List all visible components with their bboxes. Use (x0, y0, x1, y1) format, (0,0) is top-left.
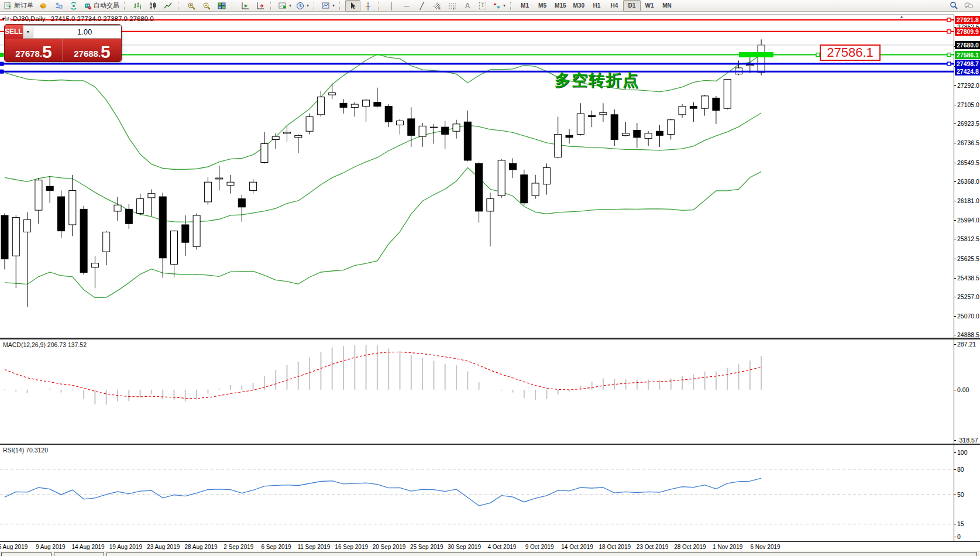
line-chart-button[interactable] (160, 0, 176, 12)
macd-panel[interactable] (0, 339, 954, 444)
zoom-out-button[interactable] (199, 0, 214, 12)
oneclick-collapse-icon[interactable]: ▼ (1, 16, 6, 22)
chat-button[interactable] (961, 0, 976, 12)
date-tick-label: 23 Aug 2019 (147, 544, 180, 550)
price-tick-mark (954, 123, 956, 124)
zoom-in-icon (187, 2, 195, 10)
buy-price[interactable]: 27688.5 (63, 39, 121, 61)
text-button[interactable]: A (460, 0, 475, 12)
timeframe-mn-button[interactable]: MN (658, 0, 676, 12)
crosshair-button[interactable]: ┼ (360, 0, 376, 12)
macd-tick-label: 0.00 (957, 386, 969, 393)
date-tick-label: 25 Sep 2019 (410, 544, 443, 550)
periods-icon (296, 2, 304, 10)
sell-price[interactable]: 27678.5 (5, 39, 63, 61)
templates-button[interactable]: ▾ (319, 0, 337, 12)
fibonacci-button[interactable]: F (445, 0, 460, 12)
bar-chart-button[interactable] (130, 0, 145, 12)
candlesticks-icon (149, 2, 157, 10)
timeframe-m1-button[interactable]: M1 (516, 0, 534, 12)
date-tick-label: 14 Aug 2019 (72, 544, 105, 550)
window-tab[interactable] (106, 552, 977, 556)
timeframe-h4-button[interactable]: H4 (606, 0, 623, 12)
rsi-panel[interactable] (0, 445, 954, 541)
timeframe-w1-button[interactable]: W1 (641, 0, 658, 12)
timeframe-m5-button[interactable]: M5 (534, 0, 551, 12)
rsi-tick-label: 0 (957, 533, 961, 540)
current-price-badge: 27680.0 (955, 41, 980, 49)
timeframe-m30-button[interactable]: M30 (570, 0, 588, 12)
price-tick-label: 24888.5 (957, 331, 979, 338)
timeframe-m15-button[interactable]: M15 (551, 0, 569, 12)
toolbar: 新订单 自动交易 ▾ ▾ ▾ ┼ │ ─ ╱ E F A T (0, 0, 980, 12)
macd-tick-mark (954, 390, 956, 390)
level-price-label[interactable]: 27586.1 (820, 44, 881, 61)
vertical-line-button[interactable]: │ (384, 0, 399, 12)
level-price-badge: 27921.8 (955, 16, 980, 24)
level-price-badge: 27586.1 (955, 51, 980, 59)
toolbar-separator (378, 2, 382, 10)
zoom-out-icon (202, 2, 211, 10)
chart-shift-button[interactable] (253, 0, 268, 12)
autotrade-button[interactable]: 自动交易 (81, 0, 122, 12)
candles[interactable] (1, 39, 765, 307)
signals-button[interactable] (66, 0, 81, 12)
price-tick-label: 26549.5 (957, 159, 979, 166)
price-tick-mark (954, 85, 956, 86)
channel-button[interactable]: E (429, 0, 445, 12)
one-click-trading-panel: SELL ▼ ▲ BUY 27678.5 27688.5 (5, 25, 121, 61)
sell-price-pip: 5 (42, 45, 52, 59)
rsi-tick-mark (954, 537, 956, 537)
line-anchor-marker (0, 53, 4, 57)
buy-price-main: 27688. (74, 49, 101, 58)
price-tick-mark (954, 181, 956, 182)
search-button[interactable] (946, 0, 961, 12)
buy-price-pip: 5 (101, 45, 111, 59)
periods-button[interactable]: ▾ (294, 0, 311, 12)
rsi-label: RSI(14) 70.3120 (3, 447, 48, 454)
sell-button[interactable]: SELL (5, 25, 23, 39)
date-tick-label: 14 Oct 2019 (561, 544, 593, 550)
arrows-button[interactable]: ▾ (490, 0, 508, 12)
label-button[interactable]: T (475, 0, 490, 12)
annotation-text[interactable]: 多空转折点 (555, 70, 639, 91)
market-watch-button[interactable] (51, 0, 66, 12)
horizontal-line-button[interactable]: ─ (399, 0, 414, 12)
arrows-icon (493, 2, 501, 10)
candlesticks-button[interactable] (145, 0, 160, 12)
rsi-tick-label: 50 (957, 491, 964, 498)
auto-scroll-button[interactable] (238, 0, 253, 12)
svg-text:E: E (438, 6, 441, 10)
new-order-button[interactable]: 新订单 (2, 0, 36, 12)
line-anchor-marker (947, 18, 951, 22)
macd-tick-mark (954, 344, 956, 345)
cursor-button[interactable] (345, 0, 360, 12)
timeframe-d1-button[interactable]: D1 (623, 0, 641, 12)
cursor-icon (349, 2, 357, 10)
timeframe-group: M1M5M15M30H1H4D1W1MN (516, 0, 676, 12)
bollinger-lower-band[interactable] (5, 167, 761, 297)
level-price-badge: 27498.7 (955, 60, 980, 68)
main-chart-area[interactable] (0, 15, 954, 338)
toolbar-separator (510, 2, 514, 10)
zoom-in-button[interactable] (184, 0, 199, 12)
tile-windows-button[interactable] (214, 0, 229, 12)
volume-down-button[interactable]: ▼ (23, 25, 33, 39)
rsi-tick-label: 100 (957, 449, 968, 456)
trendline-button[interactable]: ╱ (414, 0, 429, 12)
date-tick-label: 28 Aug 2019 (184, 544, 217, 550)
sell-price-main: 27678. (15, 49, 42, 58)
price-tick-mark (954, 105, 956, 105)
price-tick-mark (954, 143, 956, 143)
label-icon: T (479, 2, 486, 9)
window-tab[interactable] (1, 552, 51, 556)
rsi-line (5, 478, 761, 506)
data-window-button[interactable] (36, 0, 51, 12)
toolbar-separator (178, 2, 182, 10)
chat-icon (964, 2, 974, 10)
window-tab[interactable] (54, 552, 104, 556)
price-tick-label: 25994.0 (957, 217, 979, 224)
volume-input[interactable] (33, 25, 121, 39)
indicators-button[interactable]: ▾ (276, 0, 294, 12)
timeframe-h1-button[interactable]: H1 (588, 0, 606, 12)
